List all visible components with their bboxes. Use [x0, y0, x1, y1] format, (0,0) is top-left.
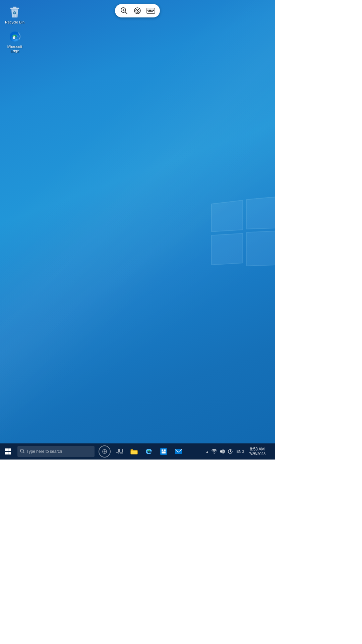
svg-rect-39 [116, 449, 119, 452]
network-icon[interactable] [211, 448, 218, 455]
file-explorer-button[interactable] [127, 443, 141, 460]
svg-rect-40 [120, 449, 123, 452]
battery-icon[interactable] [227, 448, 234, 455]
floating-toolbar [115, 4, 160, 17]
recycle-bin-label: Recycle Bin [5, 20, 24, 24]
recycle-bin-icon[interactable]: ♻ Recycle Bin [3, 3, 27, 26]
svg-rect-46 [175, 449, 182, 454]
svg-rect-24 [153, 9, 154, 9]
svg-rect-21 [149, 9, 150, 9]
svg-rect-20 [147, 9, 148, 9]
taskbar-middle [95, 443, 203, 460]
svg-rect-4 [10, 8, 19, 9]
taskbar: Type here to search [0, 443, 275, 460]
volume-icon[interactable] [219, 448, 226, 455]
svg-rect-29 [153, 10, 154, 11]
svg-text:♻: ♻ [13, 11, 16, 15]
svg-marker-1 [247, 197, 275, 229]
tray-chevron[interactable]: ▲ [205, 448, 209, 455]
clock-area[interactable]: 8:58 AM 7/25/2023 [247, 443, 267, 460]
svg-marker-2 [212, 233, 243, 265]
svg-rect-32 [8, 448, 11, 451]
mail-taskbar-button[interactable] [171, 443, 186, 460]
taskbar-search[interactable]: Type here to search [17, 446, 95, 457]
language-indicator[interactable]: ENG [235, 449, 246, 453]
store-taskbar-button[interactable] [156, 443, 171, 460]
svg-line-12 [125, 12, 127, 14]
start-button[interactable] [0, 443, 16, 460]
svg-point-47 [214, 453, 215, 454]
task-view-button[interactable] [112, 443, 127, 460]
clock-date: 7/25/2023 [249, 452, 265, 456]
svg-marker-0 [212, 200, 243, 232]
windows-logo-watermark [208, 193, 275, 267]
svg-rect-28 [152, 10, 153, 11]
svg-rect-43 [121, 453, 123, 454]
svg-rect-26 [149, 10, 150, 11]
svg-rect-23 [152, 9, 153, 9]
cortana-button[interactable] [99, 445, 111, 458]
svg-rect-27 [150, 10, 151, 11]
search-icon [20, 449, 24, 454]
keyboard-button[interactable] [144, 5, 157, 16]
svg-rect-5 [13, 7, 16, 8]
svg-line-51 [230, 451, 231, 452]
svg-text:e: e [13, 35, 15, 40]
svg-point-38 [104, 450, 106, 452]
search-placeholder-text: Type here to search [26, 449, 62, 454]
system-tray: ▲ [203, 443, 275, 460]
microsoft-edge-label: Microsoft Edge [4, 45, 25, 53]
svg-rect-41 [116, 453, 118, 454]
svg-marker-3 [247, 231, 275, 266]
svg-rect-22 [150, 9, 151, 9]
desktop-icons-container: ♻ Recycle Bin [3, 3, 27, 56]
svg-marker-48 [220, 449, 223, 453]
svg-rect-30 [148, 11, 153, 12]
svg-rect-33 [5, 452, 8, 454]
svg-rect-42 [119, 453, 121, 454]
desktop: ♻ Recycle Bin [0, 0, 275, 460]
svg-rect-44 [131, 450, 137, 454]
svg-rect-34 [8, 452, 11, 454]
remote-button[interactable] [131, 5, 144, 16]
show-desktop-button[interactable] [269, 443, 273, 460]
edge-taskbar-button[interactable] [141, 443, 156, 460]
svg-line-36 [23, 452, 24, 453]
clock-time: 8:58 AM [250, 447, 265, 451]
svg-rect-31 [5, 448, 8, 451]
microsoft-edge-icon[interactable]: e Microsoft Edge [3, 28, 27, 55]
svg-rect-25 [147, 10, 148, 11]
zoom-button[interactable] [118, 5, 130, 16]
